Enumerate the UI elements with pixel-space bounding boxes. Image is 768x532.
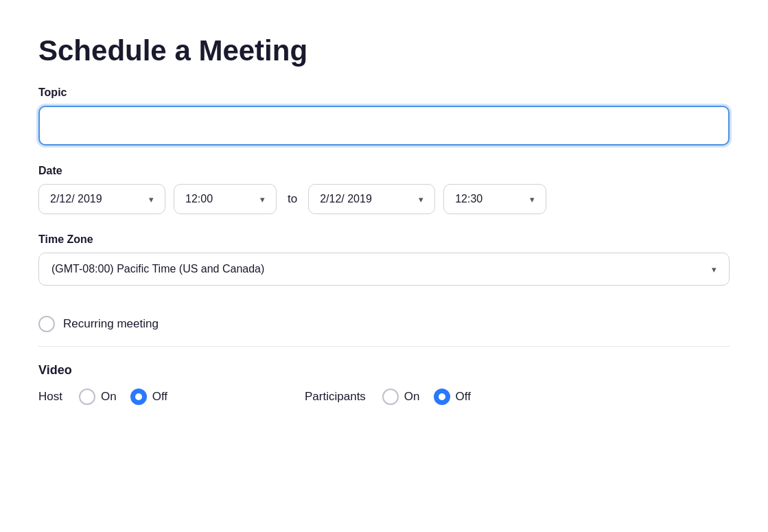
host-off-option[interactable]: Off	[130, 389, 167, 405]
recurring-label: Recurring meeting	[63, 317, 159, 331]
end-date-select[interactable]: 2/12/ 2019 ▾	[308, 184, 435, 214]
participants-on-radio[interactable]	[382, 389, 399, 405]
topic-label: Topic	[38, 86, 730, 99]
host-group: Host On Off	[38, 389, 167, 405]
video-section: Video Host On Off Participants On Off	[38, 363, 730, 405]
end-date-value: 2/12/ 2019	[320, 193, 372, 205]
host-label: Host	[38, 390, 62, 404]
end-time-select[interactable]: 12:30 ▾	[443, 184, 546, 214]
timezone-chevron-icon: ▾	[712, 264, 717, 275]
date-section: Date 2/12/ 2019 ▾ 12:00 ▾ to 2/12/ 2019 …	[38, 165, 730, 214]
start-date-select[interactable]: 2/12/ 2019 ▾	[38, 184, 165, 214]
date-separator: to	[285, 192, 300, 206]
host-on-label: On	[101, 390, 117, 404]
video-row: Host On Off Participants On Off	[38, 389, 730, 405]
participants-group: Participants On Off	[305, 389, 471, 405]
end-time-chevron-icon: ▾	[530, 194, 535, 205]
date-label: Date	[38, 165, 730, 177]
start-date-chevron-icon: ▾	[149, 194, 154, 205]
topic-input[interactable]	[38, 106, 730, 146]
host-on-radio[interactable]	[79, 389, 95, 405]
end-time-value: 12:30	[455, 193, 482, 205]
participants-off-option[interactable]: Off	[434, 389, 471, 405]
start-time-chevron-icon: ▾	[260, 194, 265, 205]
participants-label: Participants	[305, 390, 366, 404]
date-row: 2/12/ 2019 ▾ 12:00 ▾ to 2/12/ 2019 ▾ 12:…	[38, 184, 730, 214]
host-off-label: Off	[152, 390, 167, 404]
participants-on-option[interactable]: On	[382, 389, 420, 405]
video-title: Video	[38, 363, 730, 378]
start-time-select[interactable]: 12:00 ▾	[174, 184, 277, 214]
participants-off-label: Off	[456, 390, 471, 404]
participants-on-label: On	[404, 390, 420, 404]
page-title: Schedule a Meeting	[38, 34, 730, 67]
recurring-checkbox[interactable]	[38, 316, 55, 332]
start-time-value: 12:00	[185, 193, 213, 205]
start-date-value: 2/12/ 2019	[50, 193, 102, 205]
host-on-option[interactable]: On	[79, 389, 117, 405]
participants-off-radio[interactable]	[434, 389, 450, 405]
end-date-chevron-icon: ▾	[419, 194, 423, 205]
timezone-label: Time Zone	[38, 233, 730, 246]
host-off-radio[interactable]	[130, 389, 147, 405]
recurring-row: Recurring meeting	[38, 302, 730, 347]
timezone-select[interactable]: (GMT-08:00) Pacific Time (US and Canada)…	[38, 253, 730, 286]
timezone-value: (GMT-08:00) Pacific Time (US and Canada)	[51, 263, 264, 275]
timezone-section: Time Zone (GMT-08:00) Pacific Time (US a…	[38, 233, 730, 286]
